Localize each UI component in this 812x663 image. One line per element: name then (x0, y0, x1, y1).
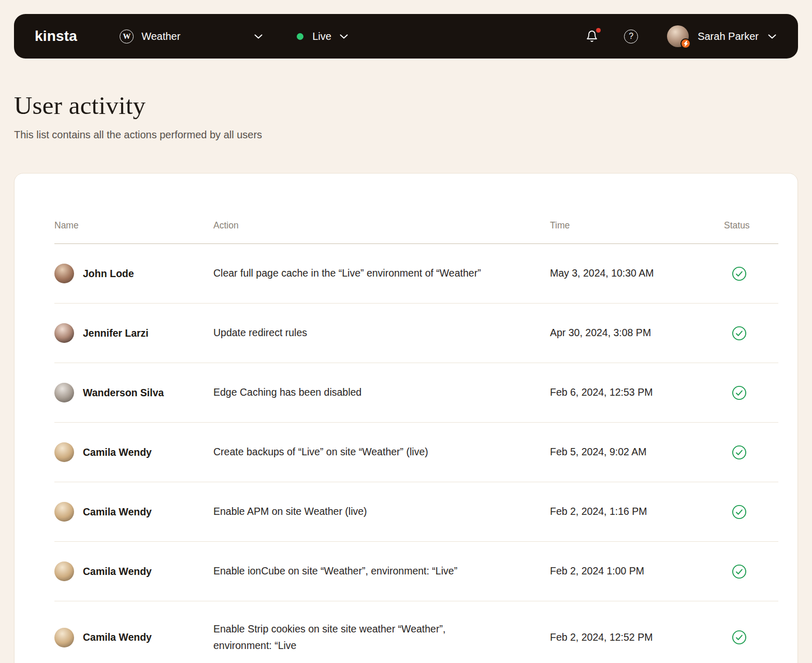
avatar (667, 25, 689, 47)
avatar (54, 264, 74, 283)
time-text: Feb 2, 2024 1:00 PM (550, 564, 724, 578)
success-check-icon (732, 630, 747, 645)
time-text: Feb 2, 2024, 1:16 PM (550, 505, 724, 518)
user-cell: John Lode (54, 264, 213, 283)
time-text: May 3, 2024, 10:30 AM (550, 266, 724, 280)
user-name: Wanderson Silva (83, 387, 164, 399)
avatar (54, 561, 74, 581)
time-text: Feb 2, 2024, 12:52 PM (550, 630, 724, 644)
action-text: Enable APM on site Weather (live) (213, 503, 496, 520)
user-cell: Camila Wendy (54, 628, 213, 647)
user-cell: Wanderson Silva (54, 383, 213, 402)
user-cell: Camila Wendy (54, 442, 213, 462)
status-cell (724, 445, 778, 460)
column-header-time: Time (550, 220, 724, 231)
user-menu[interactable]: Sarah Parker (667, 25, 776, 47)
user-name: John Lode (83, 268, 134, 280)
status-cell (724, 385, 778, 400)
action-text: Update redirect rules (213, 325, 496, 341)
status-cell (724, 564, 778, 579)
page-subtitle: This list contains all the actions perfo… (14, 129, 798, 141)
time-text: Apr 30, 2024, 3:08 PM (550, 326, 724, 340)
top-navbar: kinsta W Weather Live ? (14, 14, 798, 59)
table-row: Camila Wendy Enable ionCube on site “Wea… (54, 542, 778, 601)
chevron-down-icon (768, 34, 776, 39)
user-cell: Camila Wendy (54, 561, 213, 581)
user-cell: Jennifer Larzi (54, 323, 213, 343)
environment-selector-dropdown[interactable]: Live (297, 31, 348, 42)
time-text: Feb 5, 2024, 9:02 AM (550, 445, 724, 459)
navbar-right-group: ? Sarah Parker (585, 25, 776, 47)
action-text: Clear full page cache in the “Live” envi… (213, 265, 496, 282)
success-check-icon (732, 266, 747, 281)
action-text: Edge Caching has been disabled (213, 384, 496, 401)
page: kinsta W Weather Live ? (0, 0, 812, 663)
table-row: Jennifer Larzi Update redirect rules Apr… (54, 304, 778, 363)
environment-selector-label: Live (312, 31, 331, 42)
success-check-icon (732, 326, 747, 341)
column-header-name: Name (54, 220, 213, 231)
notification-badge-dot (596, 28, 601, 33)
time-text: Feb 6, 2024, 12:53 PM (550, 385, 724, 399)
avatar (54, 323, 74, 343)
lightning-badge-icon (680, 38, 691, 49)
table-row: Camila Wendy Enable Strip cookies on sit… (54, 601, 778, 663)
site-selector-label: Weather (141, 31, 180, 42)
live-status-dot (297, 33, 303, 40)
user-menu-name: Sarah Parker (698, 31, 759, 42)
question-mark-icon: ? (629, 32, 633, 41)
avatar (54, 442, 74, 462)
status-cell (724, 266, 778, 281)
table-header-row: Name Action Time Status (54, 220, 778, 244)
user-name: Camila Wendy (83, 506, 152, 518)
action-text: Enable Strip cookies on site site weathe… (213, 621, 496, 654)
table-row: Wanderson Silva Edge Caching has been di… (54, 363, 778, 423)
status-cell (724, 505, 778, 520)
avatar (54, 628, 74, 647)
wordpress-icon: W (120, 30, 134, 44)
help-button[interactable]: ? (624, 30, 638, 44)
user-name: Camila Wendy (83, 631, 152, 643)
status-cell (724, 630, 778, 645)
kinsta-logo: kinsta (35, 28, 77, 45)
user-name: Jennifer Larzi (83, 327, 149, 339)
table-row: Camila Wendy Enable APM on site Weather … (54, 482, 778, 542)
success-check-icon (732, 564, 747, 579)
avatar (54, 383, 74, 402)
site-selector-dropdown[interactable]: W Weather (120, 30, 263, 44)
action-text: Enable ionCube on site “Weather”, enviro… (213, 563, 496, 580)
column-header-action: Action (213, 220, 550, 231)
action-text: Create backups of “Live” on site “Weathe… (213, 444, 496, 460)
user-name: Camila Wendy (83, 566, 152, 578)
success-check-icon (732, 505, 747, 520)
user-name: Camila Wendy (83, 446, 152, 458)
user-activity-card: Name Action Time Status John Lode Clear … (14, 173, 798, 663)
success-check-icon (732, 445, 747, 460)
table-row: Camila Wendy Create backups of “Live” on… (54, 423, 778, 482)
notifications-button[interactable] (585, 29, 599, 44)
column-header-status: Status (724, 220, 778, 231)
chevron-down-icon (254, 34, 263, 39)
user-cell: Camila Wendy (54, 502, 213, 522)
status-cell (724, 326, 778, 341)
avatar (54, 502, 74, 522)
success-check-icon (732, 385, 747, 400)
page-title: User activity (14, 91, 798, 120)
table-row: John Lode Clear full page cache in the “… (54, 244, 778, 304)
chevron-down-icon (340, 34, 348, 39)
